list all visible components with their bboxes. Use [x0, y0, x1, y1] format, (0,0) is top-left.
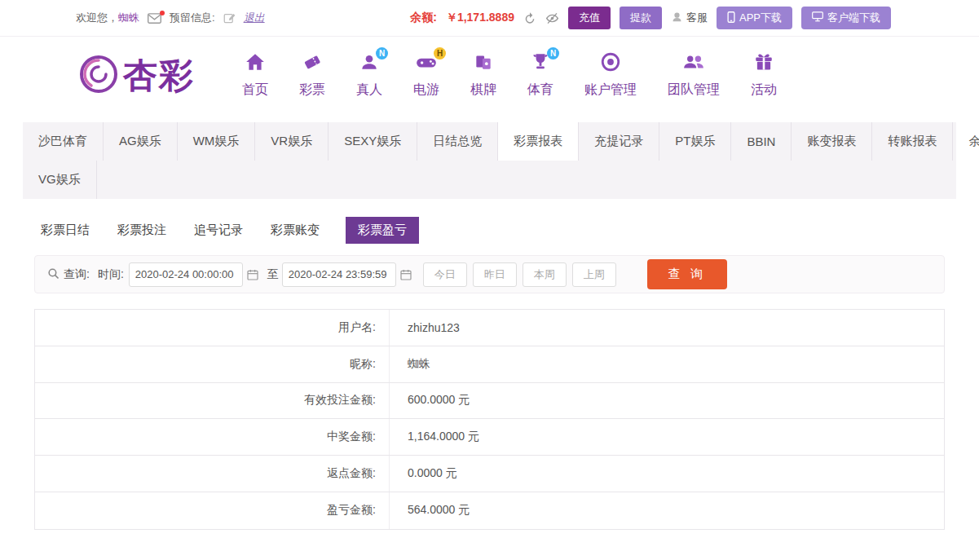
topbar: 欢迎您，蜘蛛 预留信息: 退出 余额: ￥1,171.8889 充值 提款 客服	[0, 0, 979, 37]
tab-bbin[interactable]: BBIN	[731, 122, 792, 161]
table-row: 中奖金额: 1,164.0000 元	[35, 419, 944, 456]
topbar-username[interactable]: 蜘蛛	[118, 11, 139, 24]
calendar-icon[interactable]	[246, 268, 259, 281]
client-download-label: 客户端下载	[827, 11, 880, 25]
app-download-label: APP下载	[739, 11, 782, 25]
tab-shaba-sports[interactable]: 沙巴体育	[23, 122, 104, 161]
balance-label: 余额:	[410, 11, 437, 25]
lottery-subtabs: 彩票日结 彩票投注 追号记录 彩票账变 彩票盈亏	[39, 217, 979, 244]
end-date-input[interactable]	[282, 262, 396, 287]
client-download-button[interactable]: 客户端下载	[801, 7, 891, 29]
hot-badge: H	[434, 47, 446, 60]
reserved-info-label: 预留信息:	[170, 11, 215, 25]
tab-deposit-withdraw-records[interactable]: 充提记录	[579, 122, 659, 161]
balance-value: ￥1,171.8889	[446, 11, 514, 25]
table-row: 用户名: zhizhu123	[35, 310, 944, 346]
tab-balance-query[interactable]: 余额查询	[953, 122, 979, 161]
table-row: 返点金额: 0.0000 元	[35, 456, 944, 492]
tab-pt[interactable]: PT娱乐	[659, 122, 731, 161]
report-row-label: 返点金额:	[35, 456, 390, 492]
report-row-value: 564.0000 元	[390, 492, 470, 529]
subtab-lottery-daily[interactable]: 彩票日结	[39, 217, 91, 244]
tab-ag[interactable]: AG娱乐	[104, 122, 178, 161]
yesterday-button[interactable]: 昨日	[473, 262, 517, 287]
phone-icon	[727, 11, 735, 25]
tab-vr[interactable]: VR娱乐	[255, 122, 329, 161]
subtab-lottery-bets[interactable]: 彩票投注	[116, 217, 168, 244]
tab-row-2: VG娱乐	[23, 161, 956, 199]
main-nav: 首页 彩票 N 真人 H 电游	[242, 53, 777, 99]
nav-item-egames[interactable]: H 电游	[413, 53, 439, 99]
logout-link[interactable]: 退出	[244, 11, 265, 25]
report-row-value: 蜘蛛	[390, 346, 430, 382]
nav-label: 首页	[242, 82, 268, 99]
report-tabbar: 沙巴体育 AG娱乐 WM娱乐 VR娱乐 SEXY娱乐 日结总览 彩票报表 充提记…	[23, 122, 956, 199]
to-label: 至	[267, 267, 279, 282]
nav-label: 真人	[356, 82, 382, 99]
nav-label: 活动	[751, 82, 777, 99]
tab-lottery-report[interactable]: 彩票报表	[498, 122, 579, 161]
nav-item-chess[interactable]: 棋牌	[470, 53, 496, 99]
cards-icon	[473, 51, 494, 76]
customer-service-button[interactable]: 客服	[671, 11, 708, 25]
edit-icon[interactable]	[223, 12, 236, 24]
nav-item-account-management[interactable]: 账户管理	[584, 53, 637, 99]
report-row-value: 0.0000 元	[390, 456, 457, 492]
header: 杏彩 首页 彩票 N 真人	[0, 37, 979, 114]
tab-transfer-report[interactable]: 转账报表	[872, 122, 953, 161]
tab-vg[interactable]: VG娱乐	[23, 161, 97, 199]
report-row-value: 1,164.0000 元	[390, 419, 479, 455]
monitor-icon	[812, 11, 823, 24]
nav-item-sports[interactable]: N 体育	[527, 53, 553, 99]
query-submit-button[interactable]: 查 询	[647, 259, 727, 289]
subtab-lottery-account-change[interactable]: 彩票账变	[269, 217, 321, 244]
nav-label: 棋牌	[470, 82, 496, 99]
refresh-icon[interactable]	[523, 11, 536, 24]
tab-wm[interactable]: WM娱乐	[178, 122, 256, 161]
subtab-lottery-profit[interactable]: 彩票盈亏	[346, 217, 419, 244]
nav-item-activities[interactable]: 活动	[751, 53, 777, 99]
report-row-label: 盈亏金额:	[35, 492, 390, 529]
profit-loss-report-table: 用户名: zhizhu123 昵称: 蜘蛛 有效投注金额: 600.0000 元…	[34, 309, 945, 530]
report-row-label: 用户名:	[35, 310, 390, 346]
tab-daily-overview[interactable]: 日结总览	[417, 122, 498, 161]
table-row: 昵称: 蜘蛛	[35, 346, 944, 383]
new-badge: N	[547, 47, 559, 60]
report-row-label: 有效投注金额:	[35, 383, 390, 419]
nav-item-lottery[interactable]: 彩票	[299, 53, 325, 99]
last-week-button[interactable]: 上周	[572, 262, 616, 287]
lottery-icon	[302, 51, 323, 76]
subtab-chase-records[interactable]: 追号记录	[192, 217, 245, 244]
calendar-icon[interactable]	[399, 268, 412, 281]
brand-logo-icon	[77, 53, 120, 99]
today-button[interactable]: 今日	[423, 262, 467, 287]
withdraw-button[interactable]: 提款	[620, 7, 662, 29]
nav-item-live[interactable]: N 真人	[356, 53, 382, 99]
nav-label: 账户管理	[584, 82, 637, 99]
nav-label: 团队管理	[668, 82, 720, 99]
brand-name: 杏彩	[123, 53, 195, 99]
table-row: 盈亏金额: 564.0000 元	[35, 492, 944, 529]
target-icon	[600, 51, 621, 76]
brand-logo[interactable]: 杏彩	[77, 53, 195, 99]
nav-item-team-management[interactable]: 团队管理	[668, 53, 720, 99]
welcome-prefix: 欢迎您，	[76, 11, 118, 24]
mail-icon[interactable]	[148, 13, 161, 24]
tab-account-change-report[interactable]: 账变报表	[792, 122, 872, 161]
this-week-button[interactable]: 本周	[523, 262, 567, 287]
time-label: 时间:	[98, 267, 124, 282]
team-icon	[682, 51, 705, 76]
new-badge: N	[376, 47, 388, 60]
nav-label: 彩票	[299, 82, 325, 99]
start-date-input[interactable]	[129, 262, 243, 287]
mail-unread-dot	[160, 11, 165, 15]
report-row-label: 中奖金额:	[35, 419, 390, 455]
deposit-button[interactable]: 充值	[568, 7, 611, 29]
home-icon	[245, 51, 266, 76]
report-row-label: 昵称:	[35, 346, 390, 382]
nav-item-home[interactable]: 首页	[242, 53, 268, 99]
tab-sexy[interactable]: SEXY娱乐	[329, 122, 417, 161]
hide-balance-eye-icon[interactable]	[545, 12, 559, 24]
table-row: 有效投注金额: 600.0000 元	[35, 383, 944, 420]
app-download-button[interactable]: APP下载	[717, 7, 792, 29]
